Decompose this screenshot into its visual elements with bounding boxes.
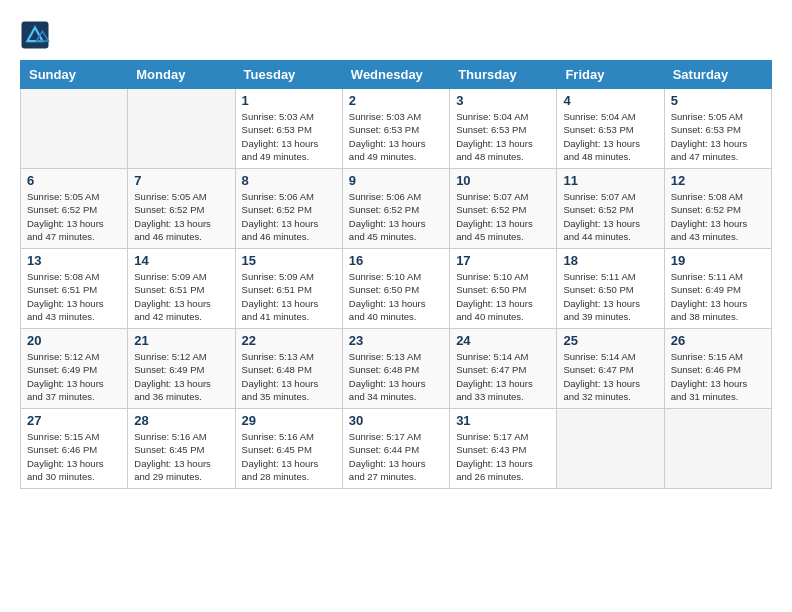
calendar-week-row: 13Sunrise: 5:08 AM Sunset: 6:51 PM Dayli… — [21, 249, 772, 329]
calendar-cell: 11Sunrise: 5:07 AM Sunset: 6:52 PM Dayli… — [557, 169, 664, 249]
day-number: 16 — [349, 253, 443, 268]
calendar-cell: 19Sunrise: 5:11 AM Sunset: 6:49 PM Dayli… — [664, 249, 771, 329]
calendar-cell: 12Sunrise: 5:08 AM Sunset: 6:52 PM Dayli… — [664, 169, 771, 249]
day-number: 10 — [456, 173, 550, 188]
calendar-cell: 4Sunrise: 5:04 AM Sunset: 6:53 PM Daylig… — [557, 89, 664, 169]
weekday-header-cell: Wednesday — [342, 61, 449, 89]
day-info: Sunrise: 5:15 AM Sunset: 6:46 PM Dayligh… — [27, 430, 121, 483]
day-info: Sunrise: 5:06 AM Sunset: 6:52 PM Dayligh… — [349, 190, 443, 243]
calendar-cell: 24Sunrise: 5:14 AM Sunset: 6:47 PM Dayli… — [450, 329, 557, 409]
day-info: Sunrise: 5:03 AM Sunset: 6:53 PM Dayligh… — [242, 110, 336, 163]
calendar-cell: 14Sunrise: 5:09 AM Sunset: 6:51 PM Dayli… — [128, 249, 235, 329]
day-info: Sunrise: 5:12 AM Sunset: 6:49 PM Dayligh… — [134, 350, 228, 403]
weekday-header-cell: Saturday — [664, 61, 771, 89]
calendar-cell: 5Sunrise: 5:05 AM Sunset: 6:53 PM Daylig… — [664, 89, 771, 169]
day-info: Sunrise: 5:05 AM Sunset: 6:52 PM Dayligh… — [134, 190, 228, 243]
calendar-cell: 15Sunrise: 5:09 AM Sunset: 6:51 PM Dayli… — [235, 249, 342, 329]
day-info: Sunrise: 5:07 AM Sunset: 6:52 PM Dayligh… — [563, 190, 657, 243]
day-info: Sunrise: 5:16 AM Sunset: 6:45 PM Dayligh… — [134, 430, 228, 483]
logo-icon — [20, 20, 50, 50]
day-number: 2 — [349, 93, 443, 108]
calendar-body: 1Sunrise: 5:03 AM Sunset: 6:53 PM Daylig… — [21, 89, 772, 489]
day-info: Sunrise: 5:15 AM Sunset: 6:46 PM Dayligh… — [671, 350, 765, 403]
calendar-cell: 23Sunrise: 5:13 AM Sunset: 6:48 PM Dayli… — [342, 329, 449, 409]
calendar-cell: 27Sunrise: 5:15 AM Sunset: 6:46 PM Dayli… — [21, 409, 128, 489]
calendar-cell: 20Sunrise: 5:12 AM Sunset: 6:49 PM Dayli… — [21, 329, 128, 409]
day-number: 31 — [456, 413, 550, 428]
calendar-cell: 3Sunrise: 5:04 AM Sunset: 6:53 PM Daylig… — [450, 89, 557, 169]
day-number: 26 — [671, 333, 765, 348]
calendar-cell: 29Sunrise: 5:16 AM Sunset: 6:45 PM Dayli… — [235, 409, 342, 489]
day-number: 22 — [242, 333, 336, 348]
calendar-week-row: 20Sunrise: 5:12 AM Sunset: 6:49 PM Dayli… — [21, 329, 772, 409]
header — [20, 20, 772, 50]
calendar-cell: 10Sunrise: 5:07 AM Sunset: 6:52 PM Dayli… — [450, 169, 557, 249]
calendar-cell: 9Sunrise: 5:06 AM Sunset: 6:52 PM Daylig… — [342, 169, 449, 249]
logo — [20, 20, 54, 50]
day-number: 27 — [27, 413, 121, 428]
day-info: Sunrise: 5:11 AM Sunset: 6:50 PM Dayligh… — [563, 270, 657, 323]
day-info: Sunrise: 5:08 AM Sunset: 6:52 PM Dayligh… — [671, 190, 765, 243]
calendar-cell — [21, 89, 128, 169]
day-number: 15 — [242, 253, 336, 268]
day-number: 8 — [242, 173, 336, 188]
day-number: 30 — [349, 413, 443, 428]
calendar-cell: 25Sunrise: 5:14 AM Sunset: 6:47 PM Dayli… — [557, 329, 664, 409]
calendar-week-row: 6Sunrise: 5:05 AM Sunset: 6:52 PM Daylig… — [21, 169, 772, 249]
day-number: 25 — [563, 333, 657, 348]
day-number: 7 — [134, 173, 228, 188]
day-info: Sunrise: 5:08 AM Sunset: 6:51 PM Dayligh… — [27, 270, 121, 323]
day-info: Sunrise: 5:04 AM Sunset: 6:53 PM Dayligh… — [563, 110, 657, 163]
day-number: 14 — [134, 253, 228, 268]
day-info: Sunrise: 5:05 AM Sunset: 6:53 PM Dayligh… — [671, 110, 765, 163]
day-number: 13 — [27, 253, 121, 268]
day-info: Sunrise: 5:03 AM Sunset: 6:53 PM Dayligh… — [349, 110, 443, 163]
day-number: 19 — [671, 253, 765, 268]
weekday-header-cell: Sunday — [21, 61, 128, 89]
day-info: Sunrise: 5:09 AM Sunset: 6:51 PM Dayligh… — [242, 270, 336, 323]
day-number: 28 — [134, 413, 228, 428]
day-info: Sunrise: 5:12 AM Sunset: 6:49 PM Dayligh… — [27, 350, 121, 403]
day-info: Sunrise: 5:09 AM Sunset: 6:51 PM Dayligh… — [134, 270, 228, 323]
day-info: Sunrise: 5:17 AM Sunset: 6:44 PM Dayligh… — [349, 430, 443, 483]
day-info: Sunrise: 5:10 AM Sunset: 6:50 PM Dayligh… — [349, 270, 443, 323]
day-info: Sunrise: 5:16 AM Sunset: 6:45 PM Dayligh… — [242, 430, 336, 483]
weekday-header-cell: Tuesday — [235, 61, 342, 89]
day-number: 12 — [671, 173, 765, 188]
calendar-cell: 13Sunrise: 5:08 AM Sunset: 6:51 PM Dayli… — [21, 249, 128, 329]
day-number: 9 — [349, 173, 443, 188]
day-info: Sunrise: 5:04 AM Sunset: 6:53 PM Dayligh… — [456, 110, 550, 163]
day-number: 29 — [242, 413, 336, 428]
calendar: SundayMondayTuesdayWednesdayThursdayFrid… — [20, 60, 772, 489]
day-info: Sunrise: 5:14 AM Sunset: 6:47 PM Dayligh… — [456, 350, 550, 403]
calendar-week-row: 1Sunrise: 5:03 AM Sunset: 6:53 PM Daylig… — [21, 89, 772, 169]
calendar-cell: 18Sunrise: 5:11 AM Sunset: 6:50 PM Dayli… — [557, 249, 664, 329]
calendar-cell: 8Sunrise: 5:06 AM Sunset: 6:52 PM Daylig… — [235, 169, 342, 249]
day-info: Sunrise: 5:13 AM Sunset: 6:48 PM Dayligh… — [242, 350, 336, 403]
calendar-cell: 22Sunrise: 5:13 AM Sunset: 6:48 PM Dayli… — [235, 329, 342, 409]
day-info: Sunrise: 5:17 AM Sunset: 6:43 PM Dayligh… — [456, 430, 550, 483]
day-info: Sunrise: 5:13 AM Sunset: 6:48 PM Dayligh… — [349, 350, 443, 403]
day-info: Sunrise: 5:05 AM Sunset: 6:52 PM Dayligh… — [27, 190, 121, 243]
calendar-cell: 30Sunrise: 5:17 AM Sunset: 6:44 PM Dayli… — [342, 409, 449, 489]
calendar-cell: 1Sunrise: 5:03 AM Sunset: 6:53 PM Daylig… — [235, 89, 342, 169]
day-number: 3 — [456, 93, 550, 108]
calendar-cell: 21Sunrise: 5:12 AM Sunset: 6:49 PM Dayli… — [128, 329, 235, 409]
calendar-cell — [128, 89, 235, 169]
day-number: 21 — [134, 333, 228, 348]
day-number: 11 — [563, 173, 657, 188]
day-number: 23 — [349, 333, 443, 348]
day-number: 18 — [563, 253, 657, 268]
weekday-header-row: SundayMondayTuesdayWednesdayThursdayFrid… — [21, 61, 772, 89]
calendar-cell: 2Sunrise: 5:03 AM Sunset: 6:53 PM Daylig… — [342, 89, 449, 169]
calendar-cell: 26Sunrise: 5:15 AM Sunset: 6:46 PM Dayli… — [664, 329, 771, 409]
day-number: 5 — [671, 93, 765, 108]
weekday-header-cell: Thursday — [450, 61, 557, 89]
day-info: Sunrise: 5:10 AM Sunset: 6:50 PM Dayligh… — [456, 270, 550, 323]
calendar-cell: 7Sunrise: 5:05 AM Sunset: 6:52 PM Daylig… — [128, 169, 235, 249]
calendar-cell: 16Sunrise: 5:10 AM Sunset: 6:50 PM Dayli… — [342, 249, 449, 329]
calendar-cell — [557, 409, 664, 489]
day-info: Sunrise: 5:14 AM Sunset: 6:47 PM Dayligh… — [563, 350, 657, 403]
calendar-cell: 28Sunrise: 5:16 AM Sunset: 6:45 PM Dayli… — [128, 409, 235, 489]
calendar-cell: 17Sunrise: 5:10 AM Sunset: 6:50 PM Dayli… — [450, 249, 557, 329]
